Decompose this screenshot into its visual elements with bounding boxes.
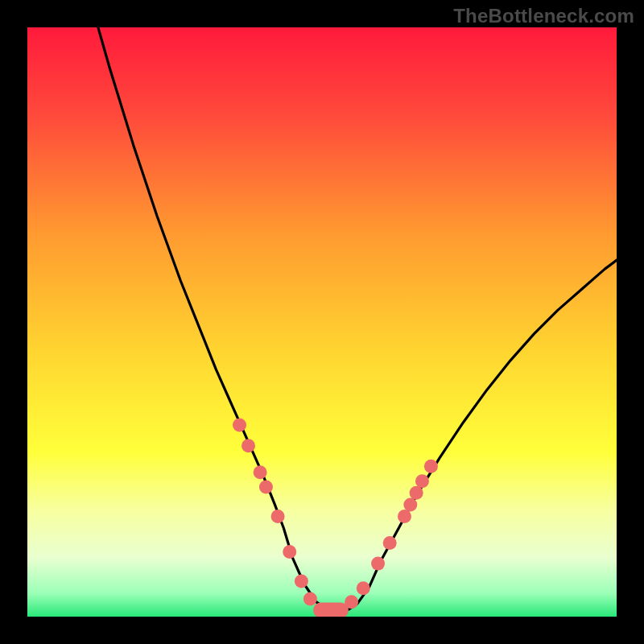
marker-dot — [303, 592, 317, 606]
marker-dot — [398, 510, 411, 523]
marker-dot — [242, 439, 255, 452]
marker-dot — [233, 419, 246, 432]
marker-dot — [424, 460, 438, 473]
marker-dot — [254, 465, 267, 479]
marker-dot — [295, 575, 308, 588]
marker-dot — [259, 480, 273, 493]
gradient-background — [27, 27, 617, 617]
marker-dot — [371, 557, 385, 571]
marker-dot — [283, 545, 296, 559]
marker-dot — [383, 536, 397, 550]
plot-area — [27, 27, 617, 617]
chart-frame: TheBottleneck.com — [0, 0, 644, 644]
watermark-text: TheBottleneck.com — [453, 5, 634, 27]
marker-dot — [403, 497, 417, 511]
marker-dot — [410, 486, 423, 500]
marker-dot — [357, 581, 370, 595]
marker-dot — [415, 474, 429, 488]
marker-dot — [271, 510, 285, 523]
chart-svg — [27, 27, 617, 617]
flat-marker — [313, 602, 349, 617]
